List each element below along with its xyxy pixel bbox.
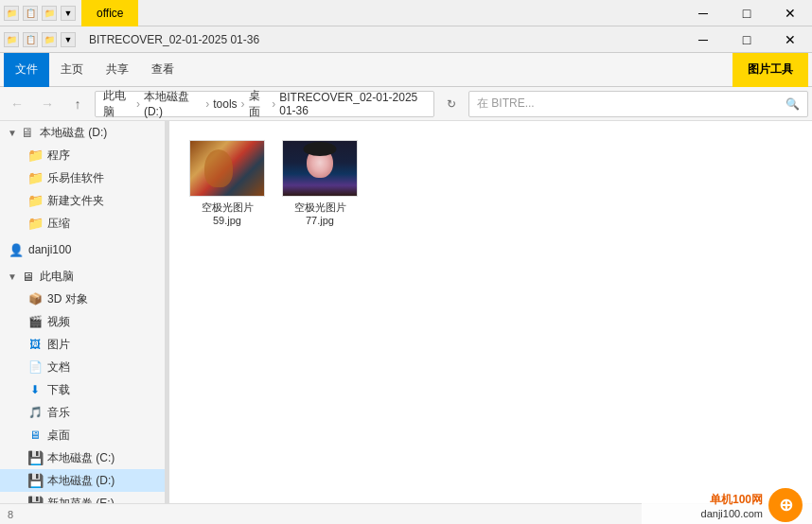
window-icon-br-4: ▼ <box>61 32 76 47</box>
main-layout: ▼ 🖥 本地磁盘 (D:) 📁 程序 📁 乐易佳软件 📁 新建文件夹 📁 压缩 … <box>0 121 812 524</box>
file-name-77: 空极光图片 77.jpg <box>281 201 359 228</box>
sidebar-programs-label: 程序 <box>47 148 70 164</box>
drive-d-icon: 🖥 <box>19 124 36 141</box>
sidebar-drive-c[interactable]: 💾 本地磁盘 (C:) <box>0 446 165 469</box>
window-icons-office: 📁 📋 📁 ▼ <box>0 6 81 21</box>
breadcrumb-pc[interactable]: 此电脑 <box>103 88 132 120</box>
watermark-logo: ⊕ <box>767 486 804 524</box>
picture-icon: 🖼 <box>26 336 44 353</box>
sidebar-newfolder-label: 新建文件夹 <box>47 193 104 209</box>
folder-leyijia-icon: 📁 <box>26 169 44 186</box>
back-button[interactable]: ← <box>4 91 30 117</box>
tab-view[interactable]: 查看 <box>140 53 185 87</box>
search-bar[interactable]: 在 BITRE... 🔍 <box>468 91 808 117</box>
watermark-site-url: danji100.com <box>701 508 763 519</box>
sidebar-item-download[interactable]: ⬇ 下载 <box>0 378 165 401</box>
sidebar-drive-d-item-label: 本地磁盘 (D:) <box>47 473 115 489</box>
tab-office[interactable]: office <box>81 0 138 26</box>
window-icon-br-2: 📋 <box>23 32 38 47</box>
window-icon-br-3: 📁 <box>42 32 57 47</box>
file-thumb-59 <box>189 140 265 197</box>
file-thumb-77 <box>282 140 358 197</box>
minimize-button-br[interactable]: ─ <box>681 26 725 53</box>
window-icon-1: 📁 <box>4 6 19 21</box>
file-item-77[interactable]: 空极光图片 77.jpg <box>277 136 362 232</box>
minimize-button-office[interactable]: ─ <box>681 0 725 26</box>
sidebar-item-video[interactable]: 🎬 视频 <box>0 310 165 333</box>
close-button-br[interactable]: ✕ <box>768 26 812 53</box>
sidebar-drive-d-header[interactable]: ▼ 🖥 本地磁盘 (D:) <box>0 121 165 144</box>
sidebar-item-desktop[interactable]: 🖥 桌面 <box>0 424 165 446</box>
folder-new-icon: 📁 <box>26 192 44 209</box>
watermark: 单机100网 danji100.com ⊕ <box>642 486 812 524</box>
title-bar-office: 📁 📋 📁 ▼ office ─ □ ✕ <box>0 0 812 26</box>
sidebar-item-3d[interactable]: 📦 3D 对象 <box>0 288 165 310</box>
ribbon: 文件 主页 共享 查看 图片工具 <box>0 53 812 87</box>
forward-button[interactable]: → <box>34 91 61 117</box>
sidebar-download-label: 下载 <box>47 382 70 398</box>
tab-share[interactable]: 共享 <box>95 53 140 87</box>
win-controls-bitrecover: ─ □ ✕ <box>681 26 812 53</box>
sidebar-3d-label: 3D 对象 <box>47 291 88 307</box>
nav-bar: ← → ↑ 此电脑 › 本地磁盘 (D:) › tools › 桌面 › BIT… <box>0 87 812 121</box>
user-icon: 👤 <box>8 241 25 258</box>
thumbnail-image-1 <box>190 140 264 197</box>
sidebar-item-user[interactable]: 👤 danji100 <box>0 238 165 261</box>
music-icon: 🎵 <box>26 404 44 421</box>
win-controls-office: ─ □ ✕ <box>681 0 812 26</box>
breadcrumb[interactable]: 此电脑 › 本地磁盘 (D:) › tools › 桌面 › BITRECOVE… <box>95 91 434 117</box>
expand-arrow-pc: ▼ <box>8 271 17 282</box>
window-icons-bitrecover: 📁 📋 📁 ▼ <box>0 32 81 47</box>
refresh-button[interactable]: ↻ <box>438 91 465 117</box>
video-icon: 🎬 <box>26 313 44 330</box>
desktop-icon: 🖥 <box>26 427 44 444</box>
sidebar-item-music[interactable]: 🎵 音乐 <box>0 401 165 424</box>
sidebar-item-newfolder[interactable]: 📁 新建文件夹 <box>0 189 165 212</box>
sidebar-video-label: 视频 <box>47 314 70 330</box>
up-button[interactable]: ↑ <box>64 91 91 117</box>
breadcrumb-desktop[interactable]: 桌面 <box>249 88 269 120</box>
maximize-button-br[interactable]: □ <box>725 26 768 53</box>
sidebar-item-zip[interactable]: 📁 压缩 <box>0 212 165 235</box>
watermark-plus-icon: ⊕ <box>779 497 793 514</box>
close-button-office[interactable]: ✕ <box>768 0 812 26</box>
sidebar-item-doc[interactable]: 📄 文档 <box>0 356 165 378</box>
sidebar-item-programs[interactable]: 📁 程序 <box>0 144 165 166</box>
thumbnail-image-2 <box>283 140 357 197</box>
sidebar-item-picture[interactable]: 🖼 图片 <box>0 333 165 356</box>
sidebar-drive-d-item[interactable]: 💾 本地磁盘 (D:) <box>0 469 165 492</box>
file-name-59: 空极光图片 59.jpg <box>188 201 266 228</box>
sidebar-pc-label: 此电脑 <box>40 269 74 285</box>
sidebar-pc-header[interactable]: ▼ 🖥 此电脑 <box>0 265 165 288</box>
sidebar-doc-label: 文档 <box>47 359 70 376</box>
sidebar-item-leyijia[interactable]: 📁 乐易佳软件 <box>0 166 165 189</box>
file-item-59[interactable]: 空极光图片 59.jpg <box>185 136 270 232</box>
window-icon-br-1: 📁 <box>4 32 19 47</box>
tab-picture-tools[interactable]: 图片工具 <box>733 53 808 87</box>
window-icon-3: 📁 <box>42 6 57 21</box>
breadcrumb-sep-4: › <box>272 97 275 111</box>
window-icon-2: 📋 <box>23 6 38 21</box>
drive-c-icon: 💾 <box>26 449 44 466</box>
window-icon-4: ▼ <box>61 6 76 21</box>
tab-file[interactable]: 文件 <box>4 53 49 87</box>
sidebar-drive-d-label: 本地磁盘 (D:) <box>40 125 107 141</box>
breadcrumb-sep-1: › <box>136 97 140 111</box>
breadcrumb-tools[interactable]: tools <box>213 97 237 111</box>
breadcrumb-sep-2: › <box>205 97 209 111</box>
search-icon[interactable]: 🔍 <box>786 97 800 111</box>
drive-d-item-icon: 💾 <box>26 472 44 489</box>
sidebar-zip-label: 压缩 <box>47 216 70 232</box>
sidebar-music-label: 音乐 <box>47 405 70 421</box>
title-text-bitrecover: BITRECOVER_02-01-2025 01-36 <box>81 33 681 46</box>
sidebar: ▼ 🖥 本地磁盘 (D:) 📁 程序 📁 乐易佳软件 📁 新建文件夹 📁 压缩 … <box>0 121 166 524</box>
folder-zip-icon: 📁 <box>26 215 44 232</box>
sidebar-leyijia-label: 乐易佳软件 <box>47 170 104 186</box>
doc-icon: 📄 <box>26 358 44 376</box>
tab-home[interactable]: 主页 <box>49 53 95 87</box>
breadcrumb-drive-d[interactable]: 本地磁盘 (D:) <box>144 89 202 118</box>
watermark-text: 单机100网 danji100.com <box>701 492 763 519</box>
content-area: 空极光图片 59.jpg 空极光图片 77.jpg <box>169 121 812 524</box>
breadcrumb-current: BITRECOVER_02-01-2025 01-36 <box>279 91 426 117</box>
maximize-button-office[interactable]: □ <box>725 0 768 26</box>
